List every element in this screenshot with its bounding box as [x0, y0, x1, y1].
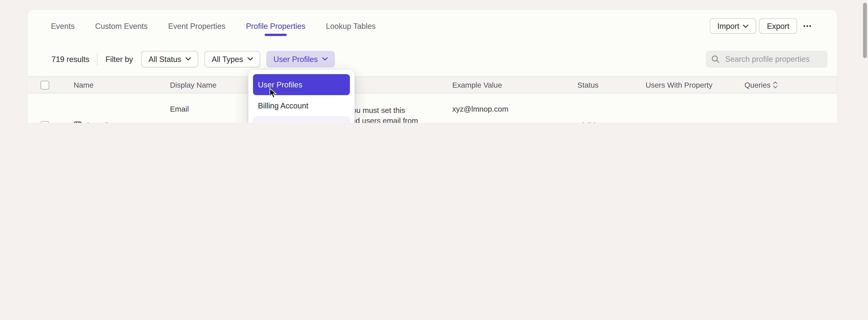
- tab-event-properties[interactable]: Event Properties: [168, 10, 226, 42]
- column-header-name: Name: [74, 81, 94, 89]
- divider: [97, 53, 98, 65]
- select-all-checkbox[interactable]: [40, 80, 49, 89]
- status-filter-label: All Status: [149, 55, 181, 64]
- column-header-queries-label: Queries: [744, 81, 771, 89]
- chevron-down-icon: [322, 57, 328, 61]
- page: Events Custom Events Event Properties Pr…: [0, 0, 868, 123]
- property-name-cell: $email: [74, 121, 108, 123]
- profile-type-filter-label: User Profiles: [273, 55, 318, 64]
- chevron-down-icon: [743, 24, 749, 28]
- search-icon: [711, 55, 720, 63]
- content-card: Events Custom Events Event Properties Pr…: [28, 10, 837, 123]
- dropdown-item-user-profiles[interactable]: User Profiles: [253, 74, 350, 95]
- tab-profile-properties[interactable]: Profile Properties: [246, 10, 306, 42]
- filter-by-label: Filter by: [105, 55, 133, 64]
- example-value-cell[interactable]: xyz@lmnop.com: [452, 105, 571, 113]
- tab-events[interactable]: Events: [51, 10, 75, 42]
- more-actions-button[interactable]: •••: [800, 23, 815, 29]
- status-cell[interactable]: Visible: [578, 121, 599, 123]
- column-header-example-value: Example Value: [452, 81, 571, 89]
- dropdown-item-project[interactable]: Project: [253, 116, 350, 123]
- type-filter-label: All Types: [212, 55, 243, 64]
- table-row: $email Email This is the user's email. Y…: [28, 93, 837, 123]
- column-header-queries-sort[interactable]: Queries: [720, 81, 778, 89]
- tab-custom-events[interactable]: Custom Events: [95, 10, 148, 42]
- vertical-scrollbar[interactable]: [863, 3, 867, 58]
- row-menu-button[interactable]: •••: [802, 122, 819, 123]
- users-with-property-cell: 1.76M: [609, 121, 712, 123]
- chevron-down-icon: [247, 57, 253, 61]
- tab-bar: Events Custom Events Event Properties Pr…: [28, 10, 837, 42]
- table-grid-icon: [74, 121, 82, 123]
- tab-lookup-tables[interactable]: Lookup Tables: [326, 10, 376, 42]
- table-header-row: Name Display Name Description Example Va…: [28, 76, 837, 94]
- search-box: [706, 50, 828, 68]
- search-input[interactable]: [724, 54, 823, 64]
- import-button[interactable]: Import: [710, 18, 756, 34]
- profile-type-filter-dropdown[interactable]: User Profiles: [266, 50, 335, 67]
- property-name-link[interactable]: $email: [86, 121, 108, 123]
- status-filter-dropdown[interactable]: All Status: [141, 50, 198, 67]
- row-checkbox[interactable]: [40, 121, 49, 123]
- results-count: 719 results: [52, 55, 89, 64]
- filter-bar: 719 results Filter by All Status All Typ…: [28, 41, 837, 76]
- export-button-label: Export: [767, 22, 789, 31]
- column-header-status: Status: [578, 81, 599, 89]
- queries-cell: 1,454: [720, 121, 770, 123]
- column-header-users-with-property: Users With Property: [609, 81, 712, 89]
- mouse-cursor-icon: [269, 88, 278, 99]
- profile-type-dropdown-menu: User Profiles Billing Account Project te…: [248, 69, 355, 123]
- type-filter-dropdown[interactable]: All Types: [205, 50, 260, 67]
- dropdown-item-billing-account[interactable]: Billing Account: [253, 95, 350, 116]
- chevron-down-icon: [186, 57, 191, 61]
- import-button-label: Import: [717, 22, 739, 31]
- sort-arrows-icon: [773, 81, 778, 89]
- header-actions: Import Export •••: [710, 18, 815, 34]
- export-button[interactable]: Export: [759, 18, 797, 34]
